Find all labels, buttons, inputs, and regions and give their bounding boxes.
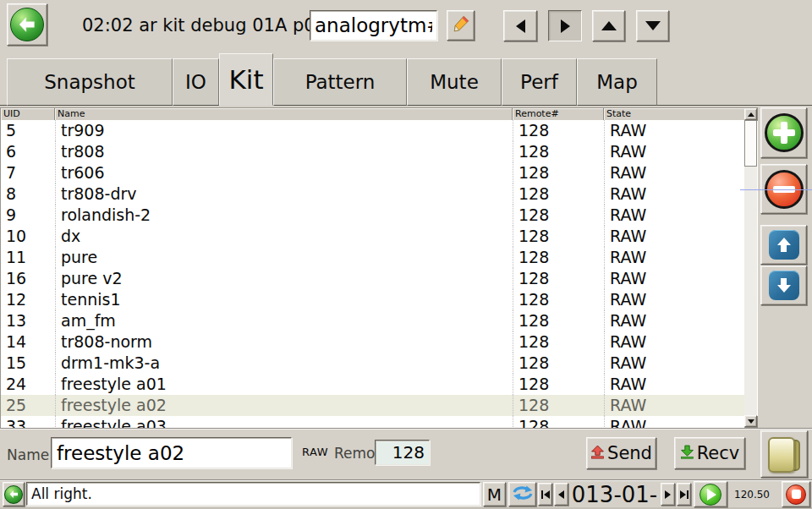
prev-item-button[interactable] <box>503 10 537 41</box>
stop-record-button[interactable] <box>782 481 810 507</box>
left-triangle-icon <box>544 490 550 499</box>
add-kit-button[interactable] <box>760 107 807 158</box>
cell-state: RAW <box>604 289 744 310</box>
move-down-nav-button[interactable] <box>636 10 669 41</box>
recv-button[interactable]: Recv <box>674 437 745 469</box>
move-row-down-button[interactable] <box>760 265 807 305</box>
cell-name: drm1-mk3-a <box>55 353 513 374</box>
state-badge: RAW <box>302 446 328 458</box>
scroll-down-button[interactable] <box>744 415 757 427</box>
back-button[interactable] <box>7 3 47 46</box>
cell-remote: 128 <box>513 395 604 416</box>
remote-input[interactable] <box>375 440 430 465</box>
table-row[interactable]: 12tennis1128RAW <box>1 289 744 310</box>
tab-map[interactable]: Map <box>577 58 657 106</box>
copy-kit-button[interactable] <box>760 430 808 478</box>
cell-remote: 128 <box>513 268 604 289</box>
edit-name-button[interactable] <box>447 10 475 41</box>
sync-arrows-icon <box>512 485 534 504</box>
column-header-remote[interactable]: Remote# <box>513 108 604 120</box>
upload-icon <box>590 443 605 463</box>
play-button[interactable] <box>694 481 727 507</box>
cell-name: am_fm <box>55 310 513 331</box>
left-triangle-icon <box>558 490 564 499</box>
cell-remote: 128 <box>513 141 604 162</box>
cell-state: RAW <box>604 416 744 428</box>
table-row[interactable]: 6tr808128RAW <box>1 141 744 162</box>
cell-name: rolandish-2 <box>55 205 513 226</box>
app-window: 02:02 ar kit debug 01A p01A: SnapshotIOK… <box>0 0 812 509</box>
cell-name: tr808-drv <box>55 183 513 205</box>
table-row[interactable]: 5tr909128RAW <box>1 120 744 141</box>
left-triangle-icon <box>516 19 525 33</box>
table-header: UID Name Remote# State <box>1 108 758 120</box>
tab-io[interactable]: IO <box>173 58 219 106</box>
cell-name: freestyle a01 <box>55 374 513 395</box>
midi-m-button[interactable]: M <box>483 482 506 506</box>
cell-uid: 5 <box>1 120 55 141</box>
back-arrow-icon <box>10 8 44 41</box>
table-row[interactable]: 13am_fm128RAW <box>1 310 744 331</box>
table-row[interactable]: 9rolandish-2128RAW <box>1 205 744 226</box>
tab-mute[interactable]: Mute <box>407 58 502 106</box>
song-position: 013-01-036 <box>570 482 659 507</box>
cell-remote: 128 <box>513 331 604 353</box>
cell-uid: 7 <box>1 162 55 183</box>
skip-to-start-button[interactable] <box>538 483 552 506</box>
arrow-down-icon <box>769 271 799 300</box>
cell-name: tr909 <box>55 120 513 141</box>
tab-snapshot[interactable]: Snapshot <box>7 58 173 106</box>
cell-state: RAW <box>604 205 744 226</box>
tab-kit[interactable]: Kit <box>219 53 273 106</box>
table-row[interactable]: 14tr808-norm128RAW <box>1 331 744 353</box>
next-pattern-button[interactable] <box>661 483 675 506</box>
table-row[interactable]: 16pure v2128RAW <box>1 268 744 289</box>
cell-state: RAW <box>604 353 744 374</box>
column-header-name[interactable]: Name <box>55 108 513 120</box>
table-row[interactable]: 10dx128RAW <box>1 226 744 247</box>
skip-to-end-button[interactable] <box>677 483 691 506</box>
status-message: All right. <box>26 482 480 506</box>
up-triangle-icon <box>748 112 754 117</box>
sync-button[interactable] <box>508 482 536 506</box>
cell-name: dx <box>55 226 513 247</box>
table-row[interactable]: 33freestyle a03128RAW <box>1 416 744 428</box>
cell-remote: 128 <box>513 162 604 183</box>
bar-icon <box>687 490 689 499</box>
cell-remote: 128 <box>513 183 604 205</box>
cell-name: pure v2 <box>55 268 513 289</box>
arrow-up-icon <box>769 230 799 260</box>
column-header-state[interactable]: State <box>604 108 758 120</box>
table-row[interactable]: 7tr606128RAW <box>1 162 744 183</box>
cell-state: RAW <box>604 183 744 205</box>
name-input[interactable] <box>51 437 292 468</box>
tab-perf[interactable]: Perf <box>502 58 577 106</box>
kit-name-input[interactable] <box>310 10 437 41</box>
cell-state: RAW <box>604 226 744 247</box>
cell-name: freestyle a02 <box>55 395 513 416</box>
status-back-button[interactable] <box>3 482 25 506</box>
cell-uid: 12 <box>1 289 55 310</box>
tab-pattern[interactable]: Pattern <box>273 58 407 106</box>
edit-panel: Name: RAW Remote: Send Recv <box>0 428 812 479</box>
cell-remote: 128 <box>513 374 604 395</box>
move-up-nav-button[interactable] <box>592 10 625 41</box>
scroll-up-button[interactable] <box>744 108 757 120</box>
table-row[interactable]: 25freestyle a02128RAW <box>1 395 744 416</box>
prev-pattern-button[interactable] <box>554 483 568 506</box>
cell-remote: 128 <box>513 289 604 310</box>
table-row[interactable]: 8tr808-drv128RAW <box>1 183 744 205</box>
table-row[interactable]: 24freestyle a01128RAW <box>1 374 744 395</box>
table-row[interactable]: 11pure128RAW <box>1 247 744 268</box>
right-triangle-icon <box>680 490 686 499</box>
send-button[interactable]: Send <box>586 437 656 469</box>
cell-remote: 128 <box>513 416 604 428</box>
move-row-up-button[interactable] <box>760 225 807 265</box>
next-item-button[interactable] <box>548 10 582 41</box>
vertical-scrollbar[interactable] <box>744 108 757 427</box>
cell-uid: 15 <box>1 353 55 374</box>
column-header-uid[interactable]: UID <box>1 108 55 120</box>
scrollbar-thumb[interactable] <box>744 120 757 167</box>
cell-uid: 25 <box>1 395 55 416</box>
table-row[interactable]: 15drm1-mk3-a128RAW <box>1 353 744 374</box>
